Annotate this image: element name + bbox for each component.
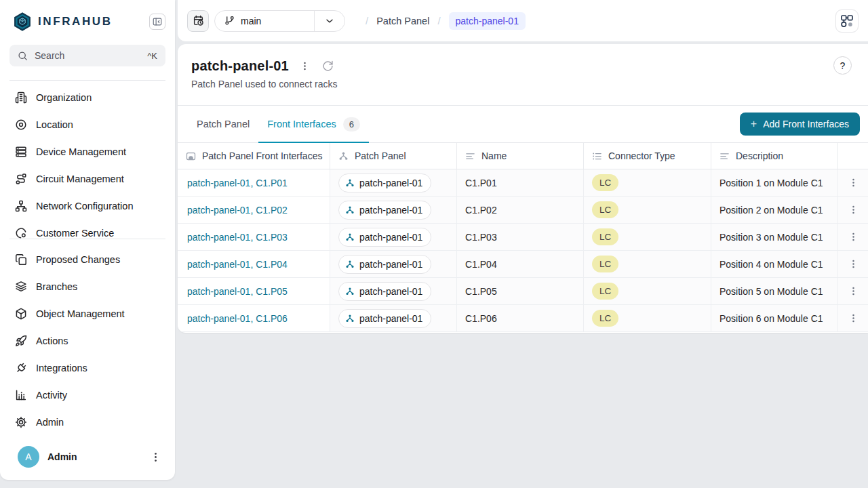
row-actions-button[interactable] bbox=[845, 201, 862, 218]
patch-panel-chip[interactable]: patch-panel-01 bbox=[338, 174, 431, 192]
relationship-icon bbox=[345, 232, 355, 242]
sidebar-item-device-management[interactable]: Device Management bbox=[7, 138, 168, 165]
row-actions-button[interactable] bbox=[845, 228, 862, 245]
column-header-name: Name bbox=[457, 143, 584, 169]
branch-caret[interactable] bbox=[314, 11, 344, 31]
breadcrumb-parent[interactable]: Patch Panel bbox=[376, 16, 429, 26]
row-actions-button[interactable] bbox=[845, 256, 862, 272]
row-actions-cell bbox=[838, 197, 868, 224]
user-menu[interactable]: A Admin bbox=[0, 439, 175, 480]
list-icon bbox=[592, 151, 602, 161]
column-header-label: Patch Panel bbox=[355, 150, 406, 161]
row-link[interactable]: patch-panel-01, C1.P02 bbox=[187, 205, 288, 216]
sidebar-item-activity[interactable]: Activity bbox=[7, 382, 168, 409]
handshake-icon bbox=[15, 227, 27, 239]
patch-panel-chip[interactable]: patch-panel-01 bbox=[338, 309, 431, 328]
table-row: patch-panel-01, C1.P05patch-panel-01C1.P… bbox=[178, 278, 868, 305]
help-button[interactable]: ? bbox=[833, 56, 852, 75]
git-branch-icon bbox=[224, 16, 235, 26]
kebab-icon bbox=[848, 232, 859, 242]
column-header-patch-panel-front-interfaces: Patch Panel Front Interfaces bbox=[178, 143, 330, 169]
object-detail-card: patch-panel-01 Patch Panel used to conne… bbox=[178, 44, 868, 333]
row-link[interactable]: patch-panel-01, C1.P06 bbox=[187, 313, 288, 324]
sidebar-item-network-configuration[interactable]: Network Configuration bbox=[7, 192, 168, 220]
route-icon bbox=[15, 173, 27, 185]
sidebar-item-admin[interactable]: Admin bbox=[7, 409, 168, 436]
tab-label: Patch Panel bbox=[197, 119, 250, 129]
copy-icon bbox=[15, 253, 27, 266]
row-link[interactable]: patch-panel-01, C1.P05 bbox=[187, 286, 288, 297]
connector-type-badge: LC bbox=[592, 256, 618, 272]
sidebar-item-circuit-management[interactable]: Circuit Management bbox=[7, 165, 168, 192]
avatar: A bbox=[18, 446, 39, 468]
row-link[interactable]: patch-panel-01, C1.P04 bbox=[187, 259, 288, 270]
sidebar-header: INFRAHUB bbox=[0, 0, 175, 43]
tab-front-interfaces[interactable]: Front Interfaces 6 bbox=[258, 106, 369, 142]
sidebar-item-proposed-changes[interactable]: Proposed Changes bbox=[7, 246, 168, 273]
object-actions-button[interactable] bbox=[298, 60, 311, 73]
date-picker-button[interactable] bbox=[187, 10, 209, 32]
patch-panel-chip[interactable]: patch-panel-01 bbox=[338, 228, 431, 247]
row-actions-button[interactable] bbox=[845, 283, 862, 300]
object-header: patch-panel-01 Patch Panel used to conne… bbox=[178, 44, 868, 106]
display-label-cell: patch-panel-01, C1.P01 bbox=[178, 169, 330, 197]
sidebar-item-label: Branches bbox=[36, 281, 77, 292]
branch-selector[interactable]: main bbox=[214, 10, 345, 32]
connector-type-cell: LC bbox=[584, 251, 711, 278]
breadcrumb: / Patch Panel / patch-panel-01 bbox=[366, 12, 526, 30]
layers-icon bbox=[15, 281, 27, 293]
sidebar-item-location[interactable]: Location bbox=[7, 111, 168, 138]
user-name: Admin bbox=[47, 451, 140, 462]
schema-visualizer-button[interactable] bbox=[835, 9, 859, 33]
connector-type-badge: LC bbox=[592, 283, 618, 300]
name-cell: C1.P06 bbox=[457, 305, 584, 332]
patch-panel-chip[interactable]: patch-panel-01 bbox=[338, 255, 431, 274]
column-header-label: Name bbox=[481, 150, 507, 161]
connector-type-cell: LC bbox=[584, 305, 711, 332]
patch-panel-chip[interactable]: patch-panel-01 bbox=[338, 201, 431, 220]
breadcrumb-current[interactable]: patch-panel-01 bbox=[449, 12, 526, 30]
name-cell: C1.P04 bbox=[457, 251, 584, 278]
patch-panel-chip-label: patch-panel-01 bbox=[359, 259, 422, 270]
display-label-cell: patch-panel-01, C1.P02 bbox=[178, 197, 330, 224]
plug-icon bbox=[15, 362, 27, 374]
add-front-interfaces-button[interactable]: + Add Front Interfaces bbox=[740, 113, 860, 136]
row-link[interactable]: patch-panel-01, C1.P03 bbox=[187, 232, 288, 243]
calendar-clock-icon bbox=[193, 15, 204, 26]
sidebar-item-label: Integrations bbox=[36, 363, 87, 373]
row-link[interactable]: patch-panel-01, C1.P01 bbox=[187, 178, 288, 188]
sidebar-item-integrations[interactable]: Integrations bbox=[7, 354, 168, 382]
sidebar-item-customer-service[interactable]: Customer Service bbox=[7, 220, 168, 239]
search-input[interactable]: Search ^K bbox=[9, 45, 165, 66]
sidebar-item-object-management[interactable]: Object Management bbox=[7, 300, 168, 327]
plus-icon: + bbox=[751, 119, 757, 129]
bar-chart-icon bbox=[15, 389, 27, 401]
relationship-icon bbox=[345, 287, 355, 296]
description-cell: Position 3 on Module C1 bbox=[711, 224, 838, 251]
row-actions-button[interactable] bbox=[845, 310, 862, 327]
table-row: patch-panel-01, C1.P03patch-panel-01C1.P… bbox=[178, 224, 868, 251]
sidebar-item-label: Organization bbox=[36, 92, 92, 103]
display-label-cell: patch-panel-01, C1.P05 bbox=[178, 278, 330, 305]
patch-panel-chip-label: patch-panel-01 bbox=[359, 232, 422, 243]
refresh-button[interactable] bbox=[321, 59, 335, 73]
patch-panel-chip-label: patch-panel-01 bbox=[359, 313, 422, 324]
sidebar-nav-secondary: Proposed ChangesBranchesObject Managemen… bbox=[0, 239, 175, 436]
patch-panel-chip[interactable]: patch-panel-01 bbox=[338, 282, 431, 301]
row-actions-button[interactable] bbox=[845, 174, 862, 191]
sidebar-collapse-button[interactable] bbox=[149, 14, 165, 30]
sidebar-item-actions[interactable]: Actions bbox=[7, 327, 168, 354]
column-header-label: Patch Panel Front Interfaces bbox=[202, 150, 322, 161]
column-header-label: Connector Type bbox=[608, 150, 675, 161]
sidebar-item-organization[interactable]: Organization bbox=[7, 84, 168, 111]
description-cell: Position 5 on Module C1 bbox=[711, 278, 838, 305]
gear-icon bbox=[15, 416, 27, 428]
kebab-icon bbox=[300, 61, 310, 71]
workflow-icon bbox=[840, 14, 854, 28]
sidebar-item-branches[interactable]: Branches bbox=[7, 273, 168, 300]
column-header-patch-panel: Patch Panel bbox=[330, 143, 457, 169]
sidebar-item-label: Admin bbox=[36, 417, 64, 428]
tab-patch-panel[interactable]: Patch Panel bbox=[188, 106, 258, 142]
user-kebab-button[interactable] bbox=[149, 450, 163, 464]
kebab-icon bbox=[848, 313, 859, 323]
